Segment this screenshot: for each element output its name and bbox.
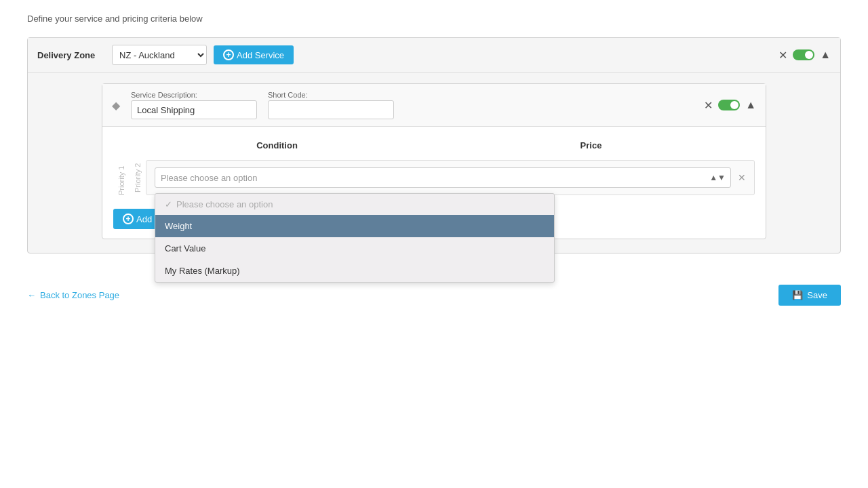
- zone-close-icon[interactable]: ✕: [778, 49, 787, 62]
- dropdown-placeholder-text: Please choose an option: [176, 199, 273, 209]
- add-service-label: Add Service: [237, 50, 284, 60]
- priority-content: Priority 2 Please choose an option Weigh…: [130, 160, 755, 201]
- priority-2-row: Priority 2 Please choose an option Weigh…: [130, 160, 755, 195]
- service-header-controls: ✕ ▲: [704, 99, 756, 112]
- service-description-group: Service Description:: [131, 91, 257, 119]
- service-card: ◆ Service Description: Short Code: ✕: [102, 83, 766, 239]
- condition-dropdown: ✓ Please choose an option Weight Cart Va…: [155, 193, 555, 283]
- back-arrow-icon: ←: [27, 290, 36, 300]
- short-code-input[interactable]: [268, 100, 394, 119]
- toggle-knob: [805, 51, 813, 59]
- checkmark-icon: ✓: [165, 199, 172, 209]
- save-label: Save: [807, 290, 827, 300]
- back-link-label: Back to Zones Page: [40, 290, 119, 300]
- add-service-plus-icon: +: [223, 49, 234, 60]
- service-toggle[interactable]: [718, 100, 740, 110]
- priority-2-label: Priority 2: [130, 160, 146, 195]
- add-service-button[interactable]: + Add Service: [214, 45, 294, 64]
- priority-1-label: Priority 1: [113, 160, 130, 201]
- back-to-zones-link[interactable]: ← Back to Zones Page: [27, 290, 119, 300]
- dropdown-option-my-rates[interactable]: My Rates (Markup): [155, 260, 554, 282]
- delivery-zone-label: Delivery Zone: [37, 50, 105, 60]
- save-icon: 💾: [792, 290, 803, 300]
- zone-header-controls: ✕ ▲: [778, 49, 831, 62]
- service-collapse-icon[interactable]: ▲: [745, 99, 756, 111]
- price-header: Price: [434, 140, 748, 150]
- service-description-input[interactable]: [131, 100, 257, 119]
- save-button[interactable]: 💾 Save: [778, 285, 841, 306]
- page-subtitle: Define your service and pricing criteria…: [27, 14, 841, 24]
- condition-header: Condition: [120, 140, 434, 150]
- condition-select[interactable]: Please choose an option Weight Cart Valu…: [155, 167, 731, 188]
- criteria-table-header: Condition Price: [113, 136, 755, 155]
- service-header: ◆ Service Description: Short Code: ✕: [102, 84, 766, 127]
- main-content: ◆ Service Description: Short Code: ✕: [28, 73, 840, 253]
- zone-collapse-icon[interactable]: ▲: [820, 49, 831, 61]
- criteria-row: Please choose an option Weight Cart Valu…: [146, 160, 755, 195]
- row-delete-icon[interactable]: ✕: [738, 172, 746, 183]
- service-description-label: Service Description:: [131, 91, 257, 99]
- service-close-icon[interactable]: ✕: [704, 99, 713, 112]
- delivery-zone-select[interactable]: NZ - Auckland: [112, 45, 207, 65]
- service-body: Condition Price Priority 1 Priority 2: [102, 127, 766, 239]
- short-code-group: Short Code:: [268, 91, 394, 119]
- dropdown-option-weight[interactable]: Weight: [155, 215, 554, 237]
- zone-header: Delivery Zone NZ - Auckland + Add Servic…: [28, 38, 840, 73]
- add-criteria-plus-icon: +: [123, 214, 134, 224]
- short-code-label: Short Code:: [268, 91, 394, 99]
- service-toggle-knob: [730, 101, 738, 109]
- zone-toggle[interactable]: [793, 49, 814, 60]
- dropdown-option-cart-value[interactable]: Cart Value: [155, 237, 554, 260]
- drag-handle-icon[interactable]: ◆: [112, 99, 120, 112]
- condition-select-wrapper: Please choose an option Weight Cart Valu…: [155, 167, 731, 188]
- dropdown-placeholder: ✓ Please choose an option: [155, 194, 554, 215]
- priority-section: Priority 1 Priority 2 Please choose an o…: [113, 160, 755, 201]
- main-card: Delivery Zone NZ - Auckland + Add Servic…: [27, 37, 841, 253]
